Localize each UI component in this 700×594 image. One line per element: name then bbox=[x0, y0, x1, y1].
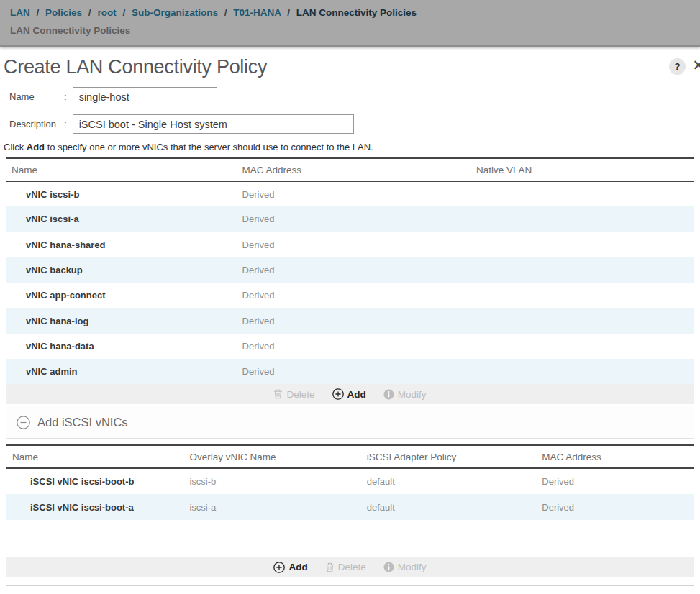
column-header-name: Name bbox=[6, 445, 183, 468]
breadcrumb-separator: / bbox=[287, 7, 290, 18]
column-header-overlay-vnic-name: Overlay vNIC Name bbox=[183, 445, 360, 468]
name-colon: : bbox=[64, 91, 67, 102]
breadcrumb-separator: / bbox=[88, 7, 91, 18]
column-header-mac-address: MAC Address bbox=[237, 158, 471, 181]
iscsi-table-header-row: Name Overlay vNIC Name iSCSI Adapter Pol… bbox=[6, 445, 694, 468]
policy-form: Name : Description : bbox=[0, 87, 700, 134]
modify-button: Modify bbox=[383, 562, 427, 572]
section-title: Add iSCSI vNICs bbox=[37, 416, 128, 429]
table-row[interactable]: vNIC hana-shared Derived bbox=[6, 232, 694, 257]
name-input[interactable] bbox=[73, 87, 217, 106]
breadcrumb-sub-organizations[interactable]: Sub-Organizations bbox=[132, 7, 218, 18]
close-icon[interactable]: ✕ bbox=[691, 57, 700, 74]
vnic-table-toolbar: Delete Add Modify bbox=[6, 384, 694, 404]
breadcrumb-separator: / bbox=[224, 7, 227, 18]
table-row[interactable]: vNIC backup Derived bbox=[6, 257, 694, 283]
iscsi-table-toolbar: Add Delete Modify bbox=[6, 557, 694, 577]
page-subtitle: LAN Connectivity Policies bbox=[10, 25, 700, 36]
table-row[interactable]: iSCSI vNIC iscsi-boot-b iscsi-b default … bbox=[6, 468, 694, 494]
info-circle-icon bbox=[383, 562, 394, 572]
add-button[interactable]: Add bbox=[332, 388, 366, 400]
description-row: Description : bbox=[9, 114, 700, 134]
iscsi-vnic-table: Name Overlay vNIC Name iSCSI Adapter Pol… bbox=[6, 444, 694, 520]
breadcrumb-separator: / bbox=[122, 7, 125, 18]
breadcrumb-policies[interactable]: Policies bbox=[45, 7, 82, 18]
modify-button: Modify bbox=[383, 389, 427, 400]
section-empty-space bbox=[6, 520, 694, 557]
delete-button: Delete bbox=[325, 562, 366, 572]
table-row[interactable]: vNIC hana-data Derived bbox=[6, 334, 694, 359]
dialog-title: Create LAN Connectivity Policy bbox=[4, 56, 267, 78]
trash-icon bbox=[273, 389, 283, 399]
table-row[interactable]: vNIC iscsi-b Derived bbox=[6, 181, 694, 206]
add-button[interactable]: Add bbox=[273, 562, 307, 573]
description-input[interactable] bbox=[73, 114, 354, 134]
section-bottom-spacer bbox=[6, 577, 694, 585]
table-row[interactable]: vNIC iscsi-a Derived bbox=[6, 206, 694, 232]
breadcrumb-lan-connectivity-policies: LAN Connectivity Policies bbox=[296, 7, 417, 18]
name-label: Name bbox=[9, 91, 64, 102]
plus-circle-icon bbox=[273, 562, 285, 573]
plus-circle-icon bbox=[332, 388, 344, 400]
help-icon[interactable]: ? bbox=[669, 58, 686, 75]
collapse-minus-icon[interactable] bbox=[17, 416, 30, 429]
description-colon: : bbox=[64, 119, 67, 129]
add-iscsi-vnics-section: Add iSCSI vNICs Name Overlay vNIC Name i… bbox=[6, 406, 694, 586]
breadcrumb: LAN / Policies / root / Sub-Organization… bbox=[10, 7, 700, 18]
column-header-native-vlan: Native VLAN bbox=[471, 158, 694, 181]
table-row[interactable]: vNIC admin Derived bbox=[6, 359, 694, 384]
add-iscsi-vnics-header[interactable]: Add iSCSI vNICs bbox=[6, 406, 694, 439]
delete-button: Delete bbox=[273, 389, 314, 400]
column-header-mac-address: MAC Address bbox=[536, 445, 694, 468]
column-header-iscsi-adapter-policy: iSCSI Adapter Policy bbox=[361, 445, 537, 468]
dialog-header: Create LAN Connectivity Policy ? ✕ bbox=[0, 47, 700, 87]
name-row: Name : bbox=[9, 87, 700, 106]
top-navigation-band: LAN / Policies / root / Sub-Organization… bbox=[0, 0, 700, 47]
breadcrumb-lan[interactable]: LAN bbox=[10, 7, 30, 18]
description-label: Description bbox=[9, 119, 64, 129]
info-circle-icon bbox=[383, 389, 394, 400]
table-row[interactable]: vNIC app-connect Derived bbox=[6, 283, 694, 308]
vnic-table-header-row: Name MAC Address Native VLAN bbox=[6, 158, 694, 181]
vnic-table: Name MAC Address Native VLAN vNIC iscsi-… bbox=[6, 157, 694, 384]
breadcrumb-t01-hana[interactable]: T01-HANA bbox=[233, 7, 281, 18]
instruction-text: Click Add to specify one or more vNICs t… bbox=[4, 142, 700, 152]
breadcrumb-root[interactable]: root bbox=[97, 7, 116, 18]
column-header-name: Name bbox=[6, 158, 237, 181]
trash-icon bbox=[325, 562, 335, 572]
table-row[interactable]: vNIC hana-log Derived bbox=[6, 308, 694, 333]
breadcrumb-separator: / bbox=[37, 7, 40, 18]
table-row[interactable]: iSCSI vNIC iscsi-boot-a iscsi-a default … bbox=[6, 494, 694, 520]
